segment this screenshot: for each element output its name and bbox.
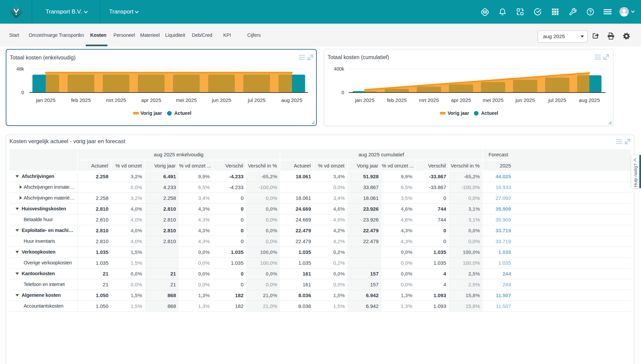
svg-text:jul 2025: jul 2025 bbox=[548, 97, 566, 103]
svg-text:aug 2025: aug 2025 bbox=[579, 97, 600, 103]
svg-text:Actueel: Actueel bbox=[481, 110, 498, 116]
svg-text:jun 2025: jun 2025 bbox=[211, 97, 231, 103]
svg-text:jan 2025: jan 2025 bbox=[355, 97, 375, 103]
svg-text:jul 2025: jul 2025 bbox=[248, 97, 266, 103]
svg-text:jan 2025: jan 2025 bbox=[36, 97, 56, 103]
svg-text:48k: 48k bbox=[16, 66, 24, 72]
svg-text:0: 0 bbox=[341, 90, 344, 95]
svg-text:Vorig jaar: Vorig jaar bbox=[448, 110, 469, 116]
svg-text:mei 2025: mei 2025 bbox=[483, 97, 504, 103]
svg-text:apr 2025: apr 2025 bbox=[141, 97, 161, 103]
svg-text:Vorig jaar: Vorig jaar bbox=[140, 110, 162, 116]
svg-text:Actueel: Actueel bbox=[174, 110, 191, 116]
svg-text:400k: 400k bbox=[334, 66, 344, 72]
svg-text:apr 2025: apr 2025 bbox=[451, 97, 471, 103]
svg-text:mrt 2025: mrt 2025 bbox=[106, 97, 126, 103]
svg-text:jun 2025: jun 2025 bbox=[515, 97, 535, 103]
svg-text:mei 2025: mei 2025 bbox=[176, 97, 197, 103]
svg-text:aug 2025: aug 2025 bbox=[281, 97, 303, 103]
svg-text:feb 2025: feb 2025 bbox=[387, 97, 407, 103]
svg-text:0: 0 bbox=[21, 90, 24, 95]
svg-text:feb 2025: feb 2025 bbox=[71, 97, 91, 103]
svg-text:mrt 2025: mrt 2025 bbox=[419, 97, 439, 103]
